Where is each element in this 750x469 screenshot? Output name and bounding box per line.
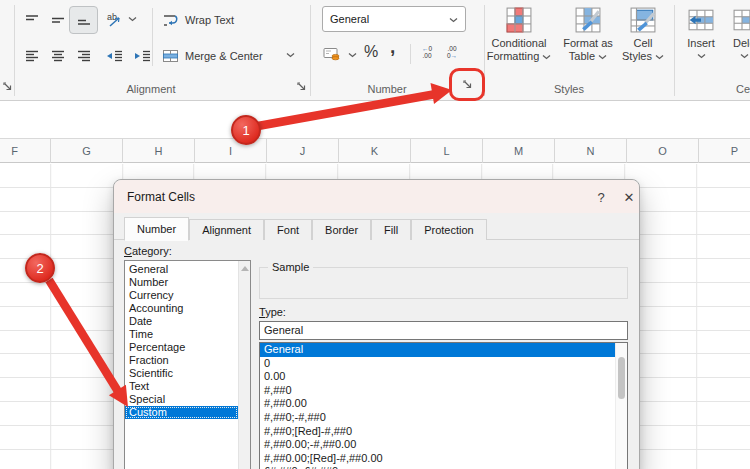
font-dialog-launcher[interactable] [0, 79, 14, 93]
type-item[interactable]: #,##0.00;-#,##0.00 [260, 438, 615, 452]
chevron-down-icon [598, 54, 607, 60]
insert-cells-icon [688, 7, 714, 37]
insert-button[interactable]: Insert [680, 7, 722, 59]
dialog-title: Format Cells [127, 190, 195, 204]
merge-center-chevron-icon[interactable] [284, 49, 296, 61]
merge-center-button[interactable]: Merge & Center [162, 44, 263, 68]
step2-badge: 2 [25, 253, 55, 283]
sample-label: Sample [268, 261, 313, 273]
column-header[interactable]: J [267, 139, 339, 163]
category-scrollbar[interactable] [238, 261, 250, 469]
wrap-text-label: Wrap Text [185, 14, 234, 26]
align-center-button[interactable] [46, 44, 70, 68]
number-group-label: Number [322, 83, 452, 95]
tab-protection[interactable]: Protection [411, 219, 487, 240]
cell-styles-icon [630, 7, 656, 37]
type-scrollbar[interactable] [615, 343, 627, 469]
wrap-text-button[interactable]: Wrap Text [162, 8, 234, 32]
align-right-button[interactable] [72, 44, 96, 68]
type-item[interactable]: #,##0;-#,##0 [260, 411, 615, 425]
tab-alignment[interactable]: Alignment [189, 219, 264, 240]
align-middle-button[interactable] [46, 8, 70, 32]
type-item[interactable]: #,##0.00;[Red]-#,##0.00 [260, 452, 615, 466]
scrollbar-thumb[interactable] [618, 357, 625, 399]
cells-group-label: Cel [736, 83, 750, 95]
format-as-table-icon [575, 7, 601, 37]
type-item[interactable]: £#,##0;-£#,##0 [260, 465, 615, 469]
alignment-dialog-launcher[interactable] [294, 79, 308, 93]
category-item-custom-selected[interactable]: Custom [125, 406, 238, 419]
category-listbox[interactable]: General Number Currency Accounting Date … [124, 260, 251, 469]
category-item[interactable]: Scientific [125, 367, 238, 380]
orientation-chevron-icon[interactable] [126, 13, 138, 25]
help-button[interactable]: ? [592, 188, 610, 206]
tab-number[interactable]: Number [124, 217, 189, 241]
column-header[interactable]: I [195, 139, 267, 163]
column-header[interactable]: O [627, 139, 699, 163]
category-item[interactable]: Accounting [125, 302, 238, 315]
type-item-selected[interactable]: General [260, 343, 615, 357]
category-item[interactable]: Fraction [125, 354, 238, 367]
decrease-decimal-button[interactable]: .00 0→ [441, 45, 463, 59]
type-item[interactable]: 0.00 [260, 370, 615, 384]
column-header[interactable]: F [0, 139, 51, 163]
category-item[interactable]: Special [125, 393, 238, 406]
category-item[interactable]: Currency [125, 289, 238, 302]
type-item[interactable]: #,##0 [260, 384, 615, 398]
number-format-combobox[interactable]: General [322, 6, 466, 32]
accounting-format-chevron-icon[interactable] [346, 49, 358, 61]
type-item[interactable]: #,##0.00 [260, 397, 615, 411]
chevron-down-icon [697, 53, 706, 59]
tab-font[interactable]: Font [264, 219, 312, 240]
column-header[interactable]: P [699, 139, 750, 163]
increase-indent-button[interactable] [130, 44, 154, 68]
tab-fill[interactable]: Fill [371, 219, 411, 240]
category-item[interactable]: Percentage [125, 341, 238, 354]
type-input[interactable]: General [259, 321, 628, 340]
group-separator [310, 5, 311, 96]
align-left-button[interactable] [20, 44, 44, 68]
category-item[interactable]: Time [125, 328, 238, 341]
arrow-right-icon: → [451, 52, 458, 59]
scroll-up-icon[interactable] [241, 266, 249, 271]
column-header[interactable]: L [411, 139, 483, 163]
tab-border[interactable]: Border [312, 219, 371, 240]
cell-styles-button[interactable]: Cell Styles [612, 7, 674, 63]
dialog-tabs: Number Alignment Font Border Fill Protec… [124, 216, 487, 240]
comma-style-button[interactable]: , [390, 36, 395, 58]
align-bottom-button[interactable] [69, 6, 98, 34]
number-format-value: General [330, 13, 369, 25]
percent-style-button[interactable]: % [364, 43, 378, 61]
orientation-button[interactable]: ab [103, 8, 125, 32]
column-header[interactable]: H [123, 139, 195, 163]
type-listbox[interactable]: General 0 0.00 #,##0 #,##0.00 #,##0;-#,#… [259, 342, 628, 469]
type-item[interactable]: #,##0;[Red]-#,##0 [260, 425, 615, 439]
category-item[interactable]: Text [125, 380, 238, 393]
category-label: Category: [124, 245, 172, 257]
column-header[interactable]: N [555, 139, 627, 163]
accounting-format-button[interactable] [320, 42, 344, 64]
chevron-down-icon [449, 17, 458, 23]
close-icon[interactable]: ✕ [620, 188, 638, 206]
decrease-indent-button[interactable] [102, 44, 126, 68]
delete-button[interactable]: Dele [726, 7, 750, 59]
excel-ribbon: ab Wrap Text Merge & Center Alignment G [0, 0, 750, 101]
merge-center-icon [162, 48, 179, 64]
dialog-titlebar[interactable]: Format Cells [114, 180, 639, 213]
delete-cells-icon [733, 7, 750, 37]
chevron-down-icon [740, 53, 749, 59]
step1-highlight-box [449, 68, 485, 101]
chevron-down-icon [655, 54, 664, 60]
column-header[interactable]: M [483, 139, 555, 163]
column-header[interactable]: G [51, 139, 123, 163]
formula-bar-area[interactable] [0, 101, 750, 139]
step1-badge: 1 [231, 115, 261, 145]
category-item[interactable]: Date [125, 315, 238, 328]
type-item[interactable]: 0 [260, 357, 615, 371]
category-item[interactable]: Number [125, 276, 238, 289]
column-header[interactable]: K [339, 139, 411, 163]
category-item[interactable]: General [125, 263, 238, 276]
conditional-formatting-button[interactable]: Conditional Formatting [478, 7, 560, 63]
increase-decimal-button[interactable]: ←0 .00 [416, 45, 438, 59]
align-top-button[interactable] [20, 8, 44, 32]
